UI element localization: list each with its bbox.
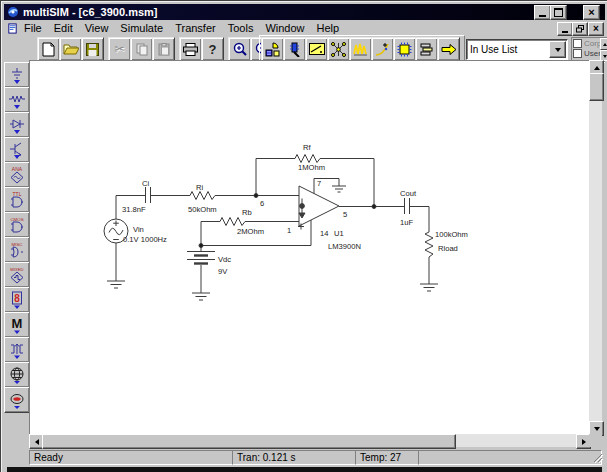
label-rload-ref[interactable]: Rload <box>438 244 458 253</box>
analog-group-button[interactable]: ANA <box>4 162 30 188</box>
hdl-chip-button[interactable] <box>393 37 416 61</box>
ttl-group-button[interactable]: TTL <box>4 187 30 213</box>
capacitor-cout[interactable] <box>405 198 410 214</box>
triangle-right-icon <box>582 439 586 445</box>
instruments-button[interactable] <box>283 37 306 61</box>
copy-button[interactable] <box>130 37 153 61</box>
panel-scroll-up-button[interactable] <box>600 38 607 50</box>
in-use-list-combobox[interactable]: In Use List <box>466 39 568 60</box>
paste-button[interactable] <box>152 37 175 61</box>
misc-m-label: M <box>12 316 23 331</box>
misc-group-button[interactable]: M <box>4 312 30 338</box>
indicators-group-button[interactable]: 8 <box>4 287 30 313</box>
iv-curve-icon <box>375 42 390 56</box>
resistor-rf[interactable] <box>295 155 320 163</box>
label-ri-ref[interactable]: Ri <box>196 183 203 192</box>
label-vdc-val[interactable]: 9V <box>218 267 228 276</box>
label-vin-ref[interactable]: Vin <box>133 225 144 234</box>
reports-button[interactable] <box>415 37 438 61</box>
transistors-group-button[interactable] <box>4 137 30 163</box>
label-rload-val[interactable]: 100kOhm <box>435 230 468 239</box>
label-cout-ref[interactable]: Cout <box>400 189 417 198</box>
label-rb-val[interactable]: 2MOhm <box>237 227 264 236</box>
vertical-scrollbar[interactable] <box>589 60 602 434</box>
document-icon[interactable] <box>7 23 18 34</box>
triangle-up-icon <box>594 66 600 70</box>
opamp-u1[interactable] <box>298 186 339 230</box>
menu-tools[interactable]: Tools <box>222 21 260 35</box>
reports-list-icon <box>420 42 434 56</box>
resistor-rb[interactable] <box>220 218 245 226</box>
analysis-graph-button[interactable] <box>327 37 350 61</box>
child-minimize-button[interactable] <box>557 22 573 36</box>
resize-grip[interactable] <box>593 453 603 463</box>
schematic-canvas[interactable]: Ci 31.8nF Ri 50kOhm Rb 2MOhm Vin 0.1V 10… <box>29 60 589 434</box>
close-button[interactable]: × <box>583 5 600 20</box>
label-rb-ref[interactable]: Rb <box>242 208 252 217</box>
label-ci-val[interactable]: 31.8nF <box>122 205 146 214</box>
junction-output <box>372 205 376 209</box>
mixed-group-button[interactable]: MIXED <box>4 262 30 288</box>
menu-file[interactable]: File <box>18 21 48 35</box>
combo-dropdown-button[interactable] <box>549 41 566 58</box>
ground-vin[interactable] <box>107 281 125 288</box>
diode-icon <box>9 116 25 134</box>
help-button[interactable]: ? <box>201 37 224 61</box>
vertical-scroll-thumb[interactable] <box>589 73 604 101</box>
resistor-rload[interactable] <box>425 232 433 284</box>
cmos-group-button[interactable]: CMOS <box>4 212 30 238</box>
menu-edit[interactable]: Edit <box>48 21 79 35</box>
cmos-group-icon: CMOS <box>8 215 26 235</box>
analog-group-icon: ANA <box>8 165 26 185</box>
minimize-button[interactable] <box>534 5 551 20</box>
corp-proj-checkbox[interactable] <box>573 39 582 48</box>
triangle-down-icon <box>603 55 607 58</box>
print-button[interactable] <box>179 37 202 61</box>
menu-view[interactable]: View <box>79 21 115 35</box>
label-rf-ref[interactable]: Rf <box>303 143 311 152</box>
label-ri-val[interactable]: 50kOhm <box>188 205 217 214</box>
label-ci-ref[interactable]: Ci <box>142 179 149 188</box>
label-u1-part[interactable]: LM3900N <box>328 242 361 251</box>
transfer-button[interactable] <box>437 37 460 61</box>
capacitor-ci[interactable] <box>146 187 151 203</box>
menu-help[interactable]: Help <box>311 21 346 35</box>
electromechanical-group-button[interactable] <box>4 387 30 413</box>
sources-group-button[interactable] <box>4 62 30 88</box>
menu-simulate[interactable]: Simulate <box>114 21 169 35</box>
controls-group-button[interactable] <box>4 337 30 363</box>
diodes-group-button[interactable] <box>4 112 30 138</box>
iv-curve-button[interactable] <box>371 37 394 61</box>
cut-button[interactable]: ✂ <box>108 37 131 61</box>
title-bar[interactable]: multiSIM - [c6_3900.msm] × <box>4 4 605 20</box>
label-cout-val[interactable]: 1uF <box>400 218 413 227</box>
label-vdc-ref[interactable]: Vdc <box>218 255 231 264</box>
multisim-window: multiSIM - [c6_3900.msm] × File Edit Vie… <box>0 0 607 472</box>
label-vin-val[interactable]: 0.1V 1000Hz <box>123 235 167 244</box>
zoom-in-button[interactable] <box>228 37 251 61</box>
transient-waves-button[interactable] <box>349 37 372 61</box>
maximize-button[interactable] <box>550 5 567 20</box>
ground-vdc[interactable] <box>192 293 210 300</box>
child-close-button[interactable]: × <box>588 22 604 36</box>
component-toolbars-button[interactable] <box>261 37 284 61</box>
label-rf-val[interactable]: 1MOhm <box>298 163 325 172</box>
ground-pin7[interactable] <box>332 186 346 192</box>
child-restore-button[interactable] <box>572 22 588 36</box>
label-u1-ref[interactable]: U1 <box>334 229 344 238</box>
horizontal-scroll-thumb[interactable] <box>42 434 456 449</box>
ground-rload[interactable] <box>420 284 438 291</box>
user-checkbox[interactable] <box>573 49 582 58</box>
horizontal-scrollbar[interactable] <box>29 434 589 447</box>
new-button[interactable] <box>37 37 60 61</box>
resistor-ri[interactable] <box>190 192 215 200</box>
properties-button[interactable] <box>305 37 328 61</box>
menu-transfer[interactable]: Transfer <box>169 21 222 35</box>
basic-group-button[interactable] <box>4 87 30 113</box>
save-button[interactable] <box>81 37 104 61</box>
battery-vdc[interactable] <box>187 245 215 293</box>
open-button[interactable] <box>59 37 82 61</box>
misc-digital-group-button[interactable]: MISC <box>4 237 30 263</box>
menu-window[interactable]: Window <box>259 21 310 35</box>
rf-group-button[interactable] <box>4 362 30 388</box>
